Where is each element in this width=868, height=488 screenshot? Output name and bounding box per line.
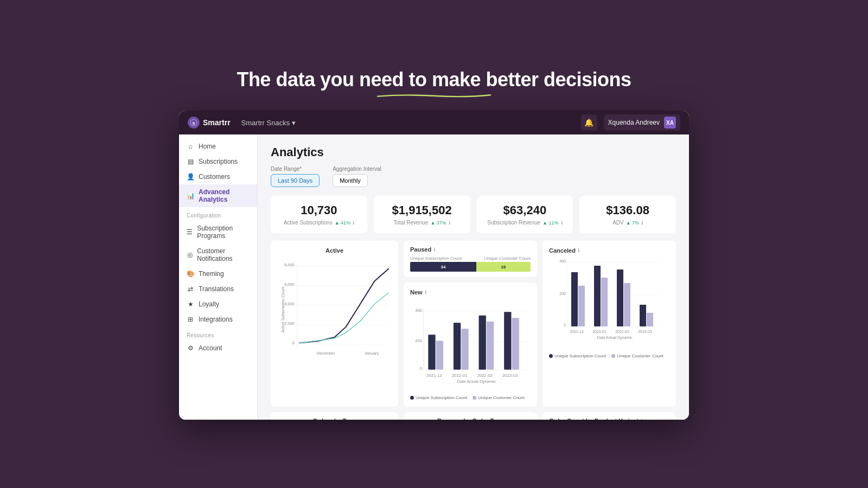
svg-rect-23 <box>428 335 435 369</box>
subscription-programs-icon: ☰ <box>187 228 193 236</box>
notifications-button[interactable]: 🔔 <box>581 114 597 131</box>
date-range-button[interactable]: Last 90 Days <box>271 174 320 187</box>
customer-notifications-icon: ◎ <box>187 251 193 259</box>
sidebar-item-customer-notifications[interactable]: ◎ Customer Notifications <box>179 243 257 266</box>
sidebar-item-customers[interactable]: 👤 Customers <box>179 169 257 184</box>
sidebar-label-subscription-programs: Subscription Programs <box>197 224 250 240</box>
sidebar-label-account: Account <box>199 344 222 352</box>
legend-subscription-count: Unique Subscription Count <box>410 395 467 400</box>
sidebar-item-subscriptions[interactable]: ▤ Subscriptions <box>179 154 257 169</box>
sidebar-item-home[interactable]: ⌂ Home <box>179 139 257 154</box>
underline-decoration <box>358 93 510 98</box>
sidebar-item-theming[interactable]: 🎨 Theming <box>179 266 257 281</box>
svg-rect-50 <box>647 313 653 326</box>
chart-new: New ℹ 400 200 0 <box>404 282 537 407</box>
headline-text: The data you need to make better decisio… <box>237 68 631 91</box>
chart-paused: Paused ℹ Unique Subscription Count Uniqu… <box>404 241 537 277</box>
svg-text:6,000: 6,000 <box>284 282 294 287</box>
charts-row-2: Orders by Type 6,000 Revenue by Order Ty… <box>271 412 676 420</box>
sidebar: ⌂ Home ▤ Subscriptions 👤 Customers 📊 Adv… <box>179 134 258 420</box>
paused-bar-labels: Unique Subscription Count Unique Custome… <box>410 256 531 261</box>
kpi-info-revenue: ℹ <box>449 220 450 226</box>
svg-rect-28 <box>487 322 494 370</box>
sidebar-item-account[interactable]: ⚙ Account <box>179 341 257 356</box>
store-selector[interactable]: Smartrr Snacks ▾ <box>241 119 296 127</box>
order-count-title: Order Count by Product Variant <box>549 418 639 420</box>
svg-text:2022-01: 2022-01 <box>452 373 468 378</box>
subscription-count-value: 34 <box>441 265 446 269</box>
chart-new-title: New <box>410 289 423 296</box>
paused-info-icon: ℹ <box>433 247 435 252</box>
new-chart-legend: Unique Subscription Count Unique Custome… <box>410 395 531 400</box>
kpi-row: 10,730 Active Subscriptions ▲ 41% ℹ $1,9… <box>271 196 676 233</box>
revenue-by-type-title: Revenue by Order Type <box>410 418 531 420</box>
translations-icon: ⇄ <box>187 285 194 293</box>
kpi-adv: $136.08 ADV ▲ 7% ℹ <box>579 196 676 233</box>
svg-text:2021-12: 2021-12 <box>426 373 442 378</box>
customer-count-value: 28 <box>501 265 506 269</box>
kpi-subscription-revenue: $63,240 Subscription Revenue ▲ 11% ℹ <box>477 196 573 233</box>
sidebar-label-customer-notifications: Customer Notifications <box>197 247 250 262</box>
svg-rect-47 <box>617 269 623 326</box>
paused-new-column: Paused ℹ Unique Subscription Count Uniqu… <box>404 241 537 407</box>
chart-canceled-title: Canceled <box>549 247 576 254</box>
sidebar-label-advanced-analytics: Advanced Analytics <box>199 188 250 203</box>
analytics-page-title: Analytics <box>271 145 676 159</box>
app-body: ⌂ Home ▤ Subscriptions 👤 Customers 📊 Adv… <box>179 134 689 420</box>
aggregation-button[interactable]: Monthly <box>333 174 368 187</box>
legend-canceled-subscription: Unique Subscription Count <box>549 354 606 358</box>
chart-active-svg: 8,000 6,000 4,000 2,000 0 <box>277 258 392 356</box>
kpi-info-sub-revenue: ℹ <box>561 220 563 226</box>
kpi-label-sub-revenue: Subscription Revenue ▲ 11% ℹ <box>486 220 565 226</box>
kpi-trend-revenue: ▲ 37% <box>430 220 446 226</box>
svg-text:8,000: 8,000 <box>284 262 294 267</box>
chart-orders-by-type: Orders by Type 6,000 <box>271 412 398 420</box>
legend-label-subscription: Unique Subscription Count <box>416 395 467 400</box>
sidebar-item-integrations[interactable]: ⊞ Integrations <box>179 312 257 327</box>
svg-text:400: 400 <box>559 259 566 263</box>
svg-text:2,000: 2,000 <box>284 321 294 326</box>
legend-dot-canceled-dark <box>549 354 553 358</box>
kpi-info-active: ℹ <box>353 220 354 226</box>
kpi-trend-sub-revenue: ▲ 11% <box>542 220 558 226</box>
kpi-total-revenue: $1,915,502 Total Revenue ▲ 37% ℹ <box>374 196 470 233</box>
resources-section-label: Resources <box>179 327 257 341</box>
kpi-value-adv: $136.08 <box>588 203 667 217</box>
sidebar-label-loyalty: Loyalty <box>199 300 219 308</box>
sidebar-item-advanced-analytics[interactable]: 📊 Advanced Analytics <box>179 184 257 207</box>
order-count-info-icon: ℹ <box>641 418 642 420</box>
svg-text:S: S <box>192 121 195 126</box>
customer-count-bar: 28 <box>476 262 531 272</box>
svg-rect-46 <box>601 278 608 326</box>
date-range-group: Date Range* Last 90 Days <box>271 166 320 187</box>
kpi-value-active: 10,730 <box>279 203 359 217</box>
paused-bar-chart: 34 28 <box>410 262 531 272</box>
sidebar-item-translations[interactable]: ⇄ Translations <box>179 281 257 297</box>
svg-text:4,000: 4,000 <box>284 301 294 306</box>
aggregation-label: Aggregation Interval <box>333 166 381 172</box>
loyalty-icon: ★ <box>187 300 194 308</box>
user-badge[interactable]: Xquenda Andreev XA <box>604 114 680 131</box>
legend-dot-light <box>473 396 476 400</box>
chevron-down-icon: ▾ <box>292 119 296 127</box>
new-info-icon: ℹ <box>425 290 426 295</box>
svg-text:400: 400 <box>415 308 423 313</box>
topbar-brand: Smartrr <box>203 118 231 127</box>
sidebar-label-integrations: Integrations <box>199 316 233 323</box>
svg-rect-43 <box>571 272 578 326</box>
svg-rect-48 <box>624 283 630 326</box>
sidebar-item-loyalty[interactable]: ★ Loyalty <box>179 297 257 312</box>
integrations-icon: ⊞ <box>187 316 194 323</box>
sidebar-item-subscription-programs[interactable]: ☰ Subscription Programs <box>179 221 257 243</box>
kpi-label-active: Active Subscriptions ▲ 41% ℹ <box>279 220 359 226</box>
kpi-value-sub-revenue: $63,240 <box>486 203 565 217</box>
page-headline: The data you need to make better decisio… <box>237 68 631 98</box>
app-window: S Smartrr Smartrr Snacks ▾ 🔔 Xquenda And… <box>179 111 689 420</box>
customers-icon: 👤 <box>187 173 194 181</box>
subscriptions-icon: ▤ <box>187 158 194 165</box>
topbar-logo: S Smartrr <box>188 117 231 129</box>
config-section-label: Configuration <box>179 207 257 221</box>
user-avatar: XA <box>664 117 676 129</box>
smartrr-logo-icon: S <box>188 117 200 129</box>
svg-text:0: 0 <box>292 341 295 345</box>
